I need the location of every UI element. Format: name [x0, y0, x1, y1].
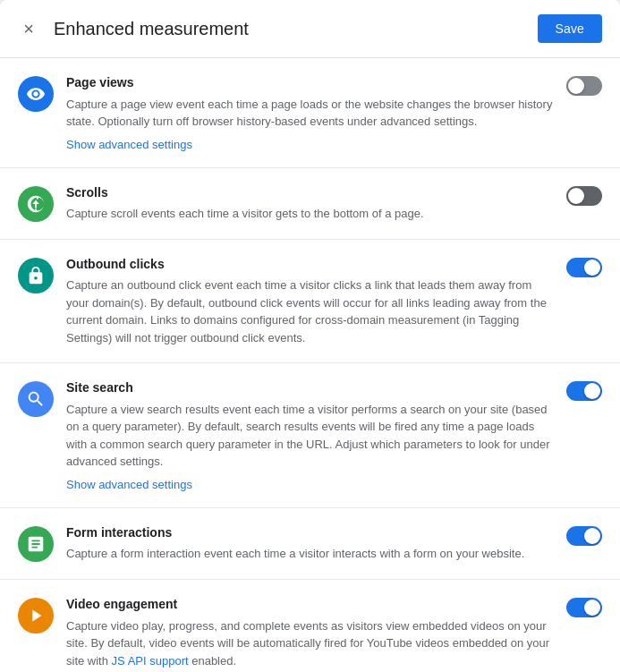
page-views-toggle-col [566, 74, 602, 96]
outbound-clicks-toggle-track[interactable] [566, 258, 602, 277]
form-interactions-title: Form interactions [66, 524, 554, 542]
form-interactions-toggle-col [566, 524, 602, 546]
outbound-clicks-toggle-thumb [584, 259, 600, 276]
form-interactions-toggle-thumb [584, 528, 600, 544]
form-interactions-toggle-track[interactable] [566, 526, 602, 546]
video-engagement-toggle[interactable] [566, 598, 602, 617]
site-search-body: Site search Capture a view search result… [66, 379, 554, 491]
outbound-clicks-icon-container [18, 258, 54, 293]
scrolls-toggle[interactable] [566, 186, 602, 206]
scrolls-desc: Capture scroll events each time a visito… [66, 205, 554, 223]
outbound-clicks-toggle-col [566, 256, 602, 277]
site-search-desc: Capture a view search results event each… [66, 401, 554, 471]
form-icon [26, 534, 46, 554]
form-interactions-icon-container [18, 526, 54, 562]
js-api-support-link[interactable]: JS API support [112, 654, 189, 668]
scrolls-toggle-col [566, 184, 602, 206]
outbound-clicks-title: Outbound clicks [66, 256, 554, 274]
outbound-clicks-body: Outbound clicks Capture an outbound clic… [66, 256, 554, 347]
setting-row-outbound-clicks: Outbound clicks Capture an outbound clic… [0, 240, 620, 364]
site-search-title: Site search [66, 379, 554, 397]
video-engagement-desc-after: enabled. [189, 654, 237, 668]
site-search-toggle-track[interactable] [566, 381, 602, 401]
video-engagement-icon-container [18, 598, 54, 634]
video-engagement-title: Video engagement [66, 596, 554, 614]
form-interactions-body: Form interactions Capture a form interac… [66, 524, 554, 563]
arrows-icon [26, 194, 46, 214]
save-button[interactable]: Save [538, 14, 602, 43]
form-interactions-desc: Capture a form interaction event each ti… [66, 545, 554, 563]
video-engagement-toggle-track[interactable] [566, 598, 602, 617]
outbound-clicks-desc: Capture an outbound click event each tim… [66, 276, 554, 346]
site-search-toggle-thumb [584, 383, 600, 399]
form-interactions-toggle[interactable] [566, 526, 602, 546]
close-button[interactable]: × [14, 14, 43, 43]
video-engagement-desc: Capture video play, progress, and comple… [66, 617, 554, 670]
settings-content: Page views Capture a page view event eac… [0, 58, 620, 672]
close-icon: × [23, 19, 34, 39]
page-views-title: Page views [66, 74, 554, 92]
site-search-icon-container [18, 381, 54, 417]
setting-row-form-interactions: Form interactions Capture a form interac… [0, 508, 620, 580]
lock-icon [26, 266, 46, 285]
page-views-toggle-thumb [568, 78, 584, 94]
setting-row-scrolls: Scrolls Capture scroll events each time … [0, 168, 620, 240]
site-search-toggle-col [566, 379, 602, 401]
scrolls-body: Scrolls Capture scroll events each time … [66, 184, 554, 223]
setting-row-page-views: Page views Capture a page view event eac… [0, 58, 620, 168]
modal-header: × Enhanced measurement Save [0, 0, 620, 58]
play-icon [26, 606, 46, 625]
eye-icon [26, 84, 46, 104]
video-engagement-body: Video engagement Capture video play, pro… [66, 596, 554, 669]
page-views-toggle[interactable] [566, 76, 602, 96]
search-icon [26, 389, 46, 409]
scrolls-toggle-thumb [568, 188, 584, 204]
setting-row-video-engagement: Video engagement Capture video play, pro… [0, 580, 620, 672]
modal-title: Enhanced measurement [54, 19, 249, 39]
page-views-body: Page views Capture a page view event eac… [66, 74, 554, 151]
scrolls-toggle-track[interactable] [566, 186, 602, 206]
enhanced-measurement-modal: × Enhanced measurement Save Page views C… [0, 0, 620, 672]
page-views-advanced-link[interactable]: Show advanced settings [66, 138, 554, 151]
site-search-advanced-link[interactable]: Show advanced settings [66, 478, 554, 491]
setting-row-site-search: Site search Capture a view search result… [0, 363, 620, 508]
header-left: × Enhanced measurement [14, 14, 249, 43]
scrolls-title: Scrolls [66, 184, 554, 202]
page-views-toggle-track[interactable] [566, 76, 602, 96]
site-search-toggle[interactable] [566, 381, 602, 401]
video-engagement-toggle-col [566, 596, 602, 617]
video-engagement-toggle-thumb [584, 600, 600, 616]
page-views-desc: Capture a page view event each time a pa… [66, 96, 554, 131]
page-views-icon-container [18, 76, 54, 112]
outbound-clicks-toggle[interactable] [566, 258, 602, 277]
scrolls-icon-container [18, 186, 54, 222]
